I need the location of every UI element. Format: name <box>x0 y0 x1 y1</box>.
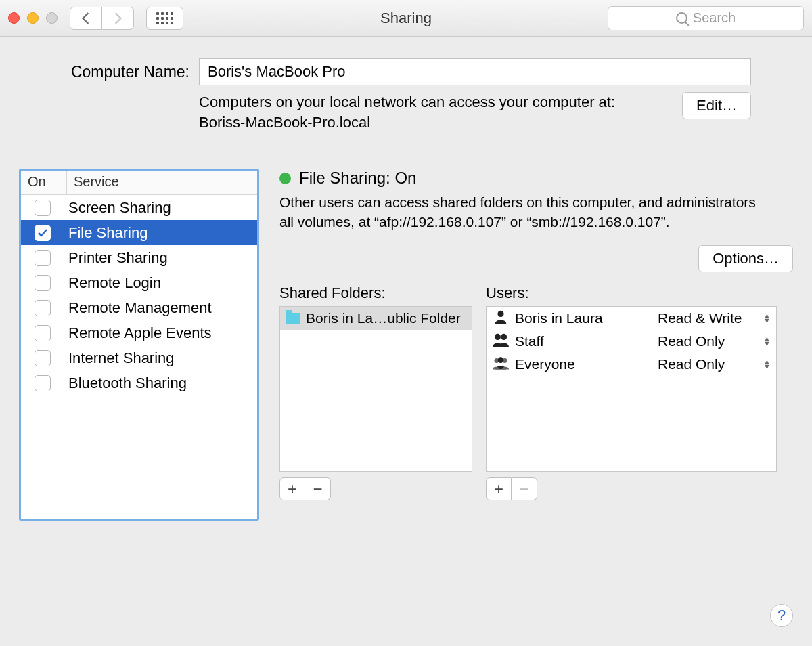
services-header: On Service <box>21 171 257 195</box>
users-label: Users: <box>486 284 777 302</box>
service-row-internet-sharing[interactable]: Internet Sharing <box>21 345 257 370</box>
service-label: Remote Login <box>68 274 161 292</box>
add-folder-button[interactable]: + <box>279 477 305 500</box>
computer-name-field[interactable] <box>199 58 751 85</box>
service-label: Internet Sharing <box>68 349 175 367</box>
service-label: Screen Sharing <box>68 199 171 217</box>
permissions-list[interactable]: Read & Write▲▼Read Only▲▼Read Only▲▼ <box>652 306 777 472</box>
edit-button[interactable]: Edit… <box>682 92 751 119</box>
stepper-icon[interactable]: ▲▼ <box>763 314 771 323</box>
permission-label: Read & Write <box>658 310 742 326</box>
computer-name-desc: Computers on your local network can acce… <box>199 92 615 132</box>
shared-folders-column: Shared Folders: Boris in La…ublic Folder… <box>279 284 472 500</box>
service-label: Printer Sharing <box>68 249 168 267</box>
service-label: Bluetooth Sharing <box>68 374 187 392</box>
help-button[interactable]: ? <box>770 604 793 627</box>
service-row-file-sharing[interactable]: File Sharing <box>21 220 257 245</box>
service-row-printer-sharing[interactable]: Printer Sharing <box>21 245 257 270</box>
add-user-button[interactable]: + <box>486 477 512 500</box>
shared-folders-list[interactable]: Boris in La…ublic Folder <box>279 306 472 472</box>
computer-name-label: Computer Name: <box>61 63 189 81</box>
permission-row[interactable]: Read Only▲▼ <box>652 330 776 353</box>
service-label: Remote Apple Events <box>68 324 212 342</box>
user-icon <box>492 356 510 374</box>
user-icon <box>492 332 510 351</box>
stepper-icon[interactable]: ▲▼ <box>763 337 771 346</box>
service-checkbox[interactable] <box>35 325 51 341</box>
permission-label: Read Only <box>658 356 725 372</box>
window-controls <box>8 12 58 24</box>
service-row-screen-sharing[interactable]: Screen Sharing <box>21 195 257 220</box>
grid-icon <box>156 12 173 24</box>
shared-folders-label: Shared Folders: <box>279 284 472 302</box>
folder-row[interactable]: Boris in La…ublic Folder <box>280 307 472 330</box>
service-checkbox[interactable] <box>35 275 51 291</box>
users-column: Users: Boris in LauraStaffEveryone Read … <box>486 284 777 500</box>
search-placeholder: Search <box>693 10 736 26</box>
permission-row[interactable]: Read & Write▲▼ <box>652 307 776 330</box>
show-all-button[interactable] <box>146 7 183 30</box>
forward-button[interactable] <box>102 7 134 30</box>
service-row-remote-apple-events[interactable]: Remote Apple Events <box>21 320 257 345</box>
svg-point-0 <box>497 310 503 316</box>
service-row-bluetooth-sharing[interactable]: Bluetooth Sharing <box>21 370 257 395</box>
window-title: Sharing <box>380 9 432 27</box>
user-row[interactable]: Everyone <box>487 353 652 376</box>
search-input[interactable]: Search <box>608 6 804 30</box>
users-list[interactable]: Boris in LauraStaffEveryone <box>486 306 652 472</box>
svg-point-2 <box>501 333 507 339</box>
user-row[interactable]: Staff <box>487 330 652 353</box>
remove-folder-button[interactable]: − <box>305 477 331 500</box>
titlebar: Sharing Search <box>0 0 812 37</box>
options-button[interactable]: Options… <box>698 245 793 272</box>
status-title: File Sharing: On <box>299 169 416 188</box>
status-indicator-icon <box>279 173 291 184</box>
service-checkbox[interactable] <box>35 350 51 366</box>
minimize-window-icon[interactable] <box>27 12 39 24</box>
sharing-panel: On Service Screen SharingFile SharingPri… <box>0 152 812 542</box>
permission-row[interactable]: Read Only▲▼ <box>652 353 776 376</box>
service-label: Remote Management <box>68 299 212 317</box>
services-header-on: On <box>21 171 67 194</box>
close-window-icon[interactable] <box>8 12 20 24</box>
user-icon <box>492 309 510 328</box>
back-button[interactable] <box>70 7 102 30</box>
permission-label: Read Only <box>658 333 725 349</box>
user-row[interactable]: Boris in Laura <box>487 307 652 330</box>
service-label: File Sharing <box>68 224 148 242</box>
service-checkbox[interactable] <box>35 250 51 266</box>
computer-name-section: Computer Name: Computers on your local n… <box>0 37 812 152</box>
remove-user-button: − <box>512 477 537 500</box>
svg-point-1 <box>495 333 501 339</box>
services-header-service: Service <box>67 171 257 194</box>
service-row-remote-management[interactable]: Remote Management <box>21 295 257 320</box>
folder-label: Boris in La…ublic Folder <box>306 310 461 326</box>
status-description: Other users can access shared folders on… <box>279 193 773 232</box>
folder-icon <box>286 313 300 324</box>
user-label: Staff <box>515 333 544 349</box>
user-label: Boris in Laura <box>515 310 603 326</box>
service-detail: File Sharing: On Other users can access … <box>279 169 793 521</box>
stepper-icon[interactable]: ▲▼ <box>763 360 771 369</box>
svg-point-5 <box>498 357 504 363</box>
services-list[interactable]: On Service Screen SharingFile SharingPri… <box>19 169 259 521</box>
service-checkbox[interactable] <box>35 225 51 241</box>
service-checkbox[interactable] <box>35 300 51 316</box>
service-checkbox[interactable] <box>35 200 51 216</box>
user-label: Everyone <box>515 356 575 372</box>
search-icon <box>676 12 687 24</box>
maximize-window-icon <box>46 12 58 24</box>
service-row-remote-login[interactable]: Remote Login <box>21 270 257 295</box>
service-checkbox[interactable] <box>35 375 51 391</box>
